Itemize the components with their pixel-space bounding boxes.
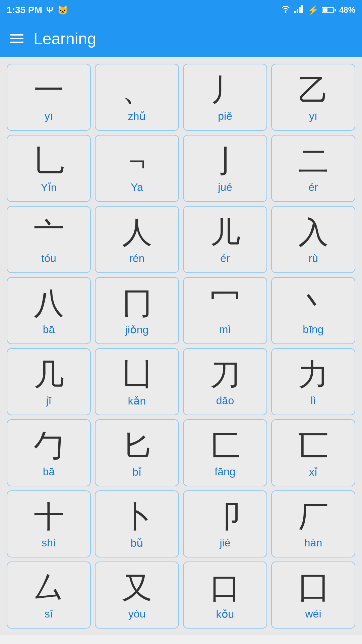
- radical-character: 匕: [122, 429, 152, 462]
- radical-character: 一: [34, 73, 64, 107]
- radical-character: 匚: [210, 429, 240, 462]
- radical-pinyin: ér: [308, 181, 318, 194]
- radical-card[interactable]: 卩jié: [183, 490, 267, 557]
- svg-rect-2: [297, 9, 298, 13]
- time-display: 1:35 PM: [7, 5, 42, 15]
- radical-card[interactable]: 刀dāo: [183, 348, 267, 415]
- radical-card[interactable]: 匚fāng: [183, 419, 267, 486]
- radical-character: 卜: [122, 500, 152, 533]
- radical-character: 乙: [298, 73, 328, 107]
- radical-pinyin: yòu: [128, 608, 146, 620]
- radical-character: 又: [122, 571, 152, 604]
- radical-card[interactable]: ¬Ya: [95, 135, 179, 202]
- radical-pinyin: piě: [218, 110, 232, 122]
- radical-character: 、: [122, 73, 152, 107]
- radical-character: 冖: [210, 287, 240, 320]
- radical-card[interactable]: 厶sī: [7, 561, 91, 629]
- radical-pinyin: xǐ: [309, 466, 317, 478]
- radical-pinyin: zhǔ: [128, 110, 146, 123]
- charging-icon: ⚡: [308, 5, 318, 15]
- radical-character: 八: [34, 287, 64, 320]
- radical-card[interactable]: 厂hàn: [271, 490, 355, 557]
- radical-character: 丶: [298, 287, 328, 320]
- radical-card[interactable]: 冂jiǒng: [95, 277, 179, 344]
- radical-card[interactable]: 匸xǐ: [271, 419, 355, 486]
- radical-card[interactable]: 亠tóu: [7, 206, 91, 273]
- radical-card[interactable]: 匕bǐ: [95, 419, 179, 486]
- cat-icon: 🐱: [57, 5, 68, 15]
- menu-button[interactable]: [10, 34, 23, 43]
- radical-card[interactable]: 人rén: [95, 206, 179, 273]
- radical-card[interactable]: 二ér: [271, 135, 355, 202]
- radical-pinyin: lì: [311, 394, 316, 407]
- radical-card[interactable]: 乚Yǐn: [7, 135, 91, 202]
- radical-character: 力: [298, 358, 328, 391]
- radical-pinyin: jué: [218, 181, 232, 194]
- radical-character: 匸: [298, 429, 328, 462]
- radical-card[interactable]: 丶bīng: [271, 277, 355, 344]
- svg-point-0: [285, 11, 286, 13]
- radical-pinyin: Yǐn: [41, 181, 57, 194]
- radical-card[interactable]: 口kǒu: [183, 561, 267, 629]
- radical-card[interactable]: 几jī: [7, 348, 91, 415]
- app-title: Learning: [34, 30, 96, 48]
- radical-pinyin: rén: [129, 252, 144, 265]
- radical-card[interactable]: 凵kǎn: [95, 348, 179, 415]
- radical-pinyin: jié: [220, 537, 230, 549]
- radical-card[interactable]: 冖mì: [183, 277, 267, 344]
- radical-card[interactable]: 丿piě: [183, 64, 267, 131]
- radical-card[interactable]: 八bā: [7, 277, 91, 344]
- radical-card[interactable]: 入rù: [271, 206, 355, 273]
- svg-rect-3: [299, 7, 301, 13]
- radical-card[interactable]: 乙yī: [271, 64, 355, 131]
- radical-character: 勹: [34, 429, 64, 462]
- signal-icon: [294, 5, 304, 15]
- radical-pinyin: bǐ: [132, 466, 141, 478]
- radical-pinyin: ér: [220, 252, 230, 265]
- radical-pinyin: yī: [309, 110, 317, 122]
- app-bar: Learning: [0, 20, 362, 57]
- radical-pinyin: kǎn: [128, 394, 146, 407]
- radical-pinyin: bā: [43, 323, 55, 336]
- radical-character: 冂: [122, 287, 152, 320]
- radical-pinyin: bīng: [303, 323, 323, 336]
- radical-character: 二: [298, 145, 328, 178]
- radical-pinyin: jī: [46, 394, 52, 407]
- radical-card[interactable]: 十shí: [7, 490, 91, 557]
- svg-rect-1: [294, 11, 296, 13]
- radical-card[interactable]: 囗wéi: [271, 561, 355, 629]
- radical-pinyin: Ya: [131, 181, 143, 194]
- radical-character: 囗: [298, 571, 328, 604]
- radical-card[interactable]: 亅jué: [183, 135, 267, 202]
- radical-character: 刀: [210, 358, 240, 391]
- status-left: 1:35 PM Ψ 🐱: [7, 5, 68, 15]
- radical-pinyin: kǒu: [216, 608, 234, 621]
- battery-percent: 48%: [339, 5, 355, 15]
- battery-icon: [322, 7, 336, 13]
- radical-pinyin: jiǒng: [125, 323, 149, 336]
- radical-card[interactable]: 一yī: [7, 64, 91, 131]
- radical-character: 十: [34, 500, 64, 533]
- radical-character: 儿: [210, 216, 240, 249]
- radical-character: 丿: [210, 73, 240, 107]
- svg-rect-4: [301, 5, 303, 13]
- radical-card[interactable]: 勹bā: [7, 419, 91, 486]
- radical-character: 人: [122, 216, 152, 249]
- radical-character: 卩: [210, 500, 240, 533]
- radical-card[interactable]: 儿ér: [183, 206, 267, 273]
- radical-pinyin: shí: [42, 537, 56, 549]
- radical-pinyin: bā: [43, 466, 55, 478]
- radical-card[interactable]: 又yòu: [95, 561, 179, 629]
- radical-pinyin: sī: [45, 608, 53, 620]
- radical-character: 亠: [34, 216, 64, 249]
- radical-card[interactable]: 卜bǔ: [95, 490, 179, 557]
- radical-pinyin: dāo: [216, 394, 234, 407]
- radical-pinyin: fāng: [215, 466, 235, 478]
- psi-icon: Ψ: [46, 5, 53, 15]
- radical-card[interactable]: 、zhǔ: [95, 64, 179, 131]
- radical-character: 亅: [210, 145, 240, 178]
- status-bar: 1:35 PM Ψ 🐱 ⚡: [0, 0, 362, 20]
- radical-card[interactable]: 力lì: [271, 348, 355, 415]
- radical-pinyin: wéi: [305, 608, 321, 620]
- wifi-icon: [280, 5, 291, 15]
